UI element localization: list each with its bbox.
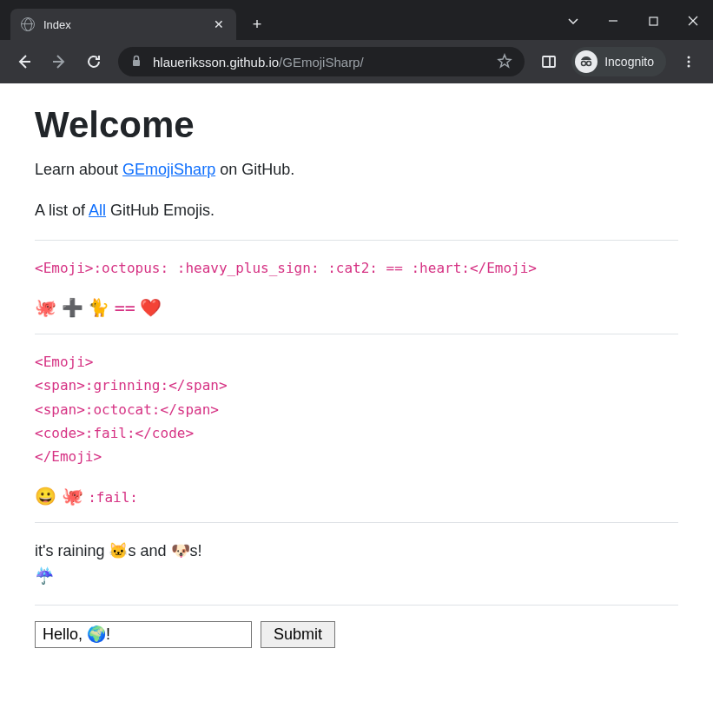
bookmark-star-icon[interactable]	[497, 53, 512, 71]
maximize-button[interactable]	[633, 7, 673, 35]
fail-text: :fail:	[88, 489, 138, 506]
divider	[35, 334, 678, 334]
page-content: Welcome Learn about GEmojiSharp on GitHu…	[0, 83, 713, 728]
browser-toolbar: hlaueriksson.github.io/GEmojiSharp/ Inco…	[0, 40, 713, 83]
grinning-emoji: 😀	[35, 486, 56, 506]
list-paragraph: A list of All GitHub Emojis.	[35, 199, 678, 222]
raining-text-1: it's raining	[35, 542, 109, 559]
close-tab-button[interactable]: ✕	[212, 17, 226, 31]
emoji-output-1: 🐙 ➕ 🐈 == ❤️	[35, 297, 678, 318]
url-path: /GEmojiSharp/	[279, 55, 364, 69]
divider	[35, 605, 678, 606]
svg-point-8	[587, 62, 591, 66]
incognito-label: Incognito	[604, 55, 654, 69]
url-host: hlaueriksson.github.io	[153, 55, 279, 69]
reload-button[interactable]	[78, 46, 109, 77]
submit-button[interactable]: Submit	[261, 621, 335, 648]
browser-tab[interactable]: Index ✕	[10, 9, 236, 40]
incognito-icon	[575, 50, 597, 73]
gemojisharp-link[interactable]: GEmojiSharp	[122, 161, 215, 178]
svg-rect-1	[650, 17, 657, 25]
side-panel-button[interactable]	[533, 46, 564, 77]
raining-paragraph: it's raining 🐱s and 🐶s! ☔	[35, 539, 678, 589]
page-heading: Welcome	[35, 104, 678, 146]
svg-point-7	[582, 62, 586, 66]
emoji-output-2: 😀 🐙 :fail:	[35, 486, 678, 506]
intro-suffix: on GitHub.	[215, 161, 294, 178]
browser-titlebar: Index ✕ +	[0, 0, 713, 40]
svg-rect-4	[133, 60, 140, 66]
raining-text-2: s and	[128, 542, 170, 559]
all-emojis-link[interactable]: All	[89, 202, 106, 219]
list-prefix: A list of	[35, 202, 89, 219]
address-bar[interactable]: hlaueriksson.github.io/GEmojiSharp/	[118, 47, 525, 76]
equals-text: ==	[115, 297, 135, 318]
code-block-2: <Emoji> <span>:grinning:</span> <span>:o…	[35, 350, 678, 468]
octocat-emoji: 🐙	[62, 486, 83, 506]
new-tab-button[interactable]: +	[245, 12, 269, 36]
window-controls	[553, 7, 713, 35]
minimize-button[interactable]	[593, 7, 633, 35]
dog-face-emoji: 🐶	[171, 542, 190, 559]
globe-icon	[21, 17, 35, 31]
form-row: Submit	[35, 621, 678, 648]
code-block-1: <Emoji>:octopus: :heavy_plus_sign: :cat2…	[35, 256, 678, 280]
raining-text-3: s!	[190, 542, 202, 559]
plus-emoji: ➕	[62, 298, 83, 317]
tab-title: Index	[43, 18, 212, 31]
cat-face-emoji: 🐱	[109, 542, 128, 559]
dropdown-icon[interactable]	[553, 7, 593, 35]
divider	[35, 522, 678, 523]
incognito-badge[interactable]: Incognito	[571, 47, 666, 76]
svg-point-12	[688, 65, 690, 68]
forward-button[interactable]	[43, 46, 75, 77]
cat-emoji: 🐈	[88, 298, 109, 317]
back-button[interactable]	[9, 46, 40, 77]
divider	[35, 240, 678, 241]
svg-point-11	[688, 61, 690, 63]
svg-point-10	[688, 56, 690, 59]
octopus-emoji: 🐙	[35, 298, 56, 317]
kebab-menu-button[interactable]	[673, 46, 704, 77]
lock-icon	[130, 55, 142, 69]
list-suffix: GitHub Emojis.	[106, 202, 215, 219]
text-input[interactable]	[35, 621, 252, 648]
umbrella-emoji: ☔	[35, 567, 54, 585]
close-window-button[interactable]	[673, 7, 713, 35]
heart-emoji: ❤️	[140, 298, 162, 317]
intro-paragraph: Learn about GEmojiSharp on GitHub.	[35, 158, 678, 182]
svg-rect-5	[543, 56, 555, 67]
intro-prefix: Learn about	[35, 161, 122, 178]
